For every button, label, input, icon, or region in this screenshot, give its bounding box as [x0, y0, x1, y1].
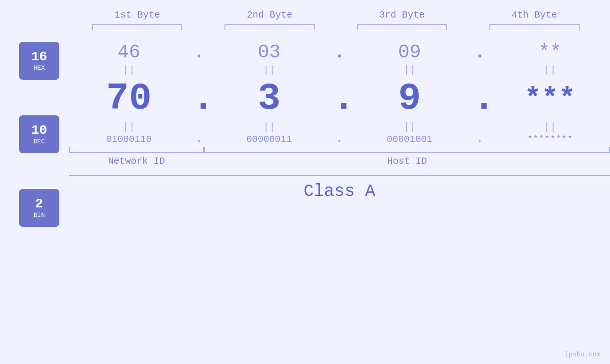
class-label: Class A [69, 182, 610, 201]
bin-byte2: 00000011 [222, 134, 317, 145]
bin-dot1: . [192, 134, 206, 145]
dec-number: 10 [31, 124, 47, 137]
eq1-sp1 [192, 64, 206, 76]
base-labels-column: 16 HEX 10 DEC 2 BIN [19, 35, 59, 227]
byte1-header: 1st Byte [90, 9, 185, 20]
hex-label-box: 16 HEX [19, 42, 59, 80]
dec-dot1: . [192, 77, 206, 120]
dec-byte3: 9 [362, 77, 457, 120]
dec-dot2: . [332, 77, 347, 120]
bin-byte1: 01000110 [81, 134, 176, 145]
eq1-b1: || [81, 64, 176, 76]
hex-number: 16 [31, 50, 47, 64]
bracket-top-2 [225, 24, 315, 30]
class-section: Class A [69, 175, 610, 201]
bracket-top-4 [489, 24, 580, 30]
hex-dot2: . [332, 42, 347, 63]
hex-dot3: . [473, 42, 487, 63]
host-id-label: Host ID [204, 156, 610, 167]
equals-row-1: || || || || [69, 64, 610, 76]
dec-text: DEC [34, 138, 45, 145]
equals-row-2: || || || || [69, 121, 610, 133]
host-bracket [204, 147, 610, 153]
bin-label-box: 2 BIN [19, 189, 59, 227]
byte2-header: 2nd Byte [222, 9, 317, 20]
bin-dot2: . [332, 134, 347, 145]
eq1-b4: || [502, 64, 597, 76]
bottom-section: Network ID Host ID Class A [69, 147, 610, 201]
byte4-header: 4th Byte [487, 9, 582, 20]
class-divider [69, 175, 610, 176]
eq2-sp3 [473, 121, 487, 133]
dec-byte4: *** [502, 83, 597, 115]
id-labels: Network ID Host ID [69, 156, 610, 167]
main-content: 16 HEX 10 DEC 2 BIN 46 . [0, 35, 610, 364]
eq2-b3: || [362, 121, 457, 133]
bracket-top-3 [357, 24, 447, 30]
bin-text: BIN [34, 212, 45, 219]
hex-row: 46 . 03 . 09 . ** [69, 42, 610, 63]
hex-byte2: 03 [222, 42, 317, 63]
top-brackets [71, 24, 601, 30]
bin-row: 01000110 . 00000011 . 00001001 . [69, 134, 610, 145]
bottom-brackets [69, 147, 610, 153]
eq2-b1: || [81, 121, 176, 133]
hex-dot1: . [192, 42, 206, 63]
bin-number: 2 [35, 197, 43, 211]
hex-text: HEX [34, 65, 45, 72]
bin-dot3: . [473, 134, 487, 145]
hex-byte4: ** [502, 42, 597, 63]
main-container: 1st Byte 2nd Byte 3rd Byte 4th Byte 16 H… [0, 0, 610, 364]
network-bracket [69, 147, 204, 153]
network-id-label: Network ID [69, 156, 204, 167]
bin-byte3: 00001001 [362, 134, 457, 145]
hex-byte1: 46 [81, 42, 176, 63]
dec-byte1: 70 [81, 77, 176, 120]
eq1-sp3 [473, 64, 487, 76]
eq1-b3: || [362, 64, 457, 76]
bin-byte4: ******** [502, 134, 597, 145]
dec-dot3: . [473, 77, 487, 120]
bracket-top-1 [92, 24, 182, 30]
eq2-sp2 [332, 121, 347, 133]
hex-byte3: 09 [362, 42, 457, 63]
data-rows: 46 . 03 . 09 . ** [69, 35, 610, 201]
dec-byte2: 3 [222, 77, 317, 120]
byte-headers-row: 1st Byte 2nd Byte 3rd Byte 4th Byte [71, 9, 601, 20]
watermark: ipshu.com [564, 351, 601, 358]
eq2-b2: || [222, 121, 317, 133]
eq2-sp1 [192, 121, 206, 133]
dec-label-box: 10 DEC [19, 115, 59, 153]
eq1-sp2 [332, 64, 347, 76]
dec-row: 70 . 3 . 9 . *** [69, 77, 610, 120]
byte3-header: 3rd Byte [355, 9, 450, 20]
eq1-b2: || [222, 64, 317, 76]
eq2-b4: || [502, 121, 597, 133]
